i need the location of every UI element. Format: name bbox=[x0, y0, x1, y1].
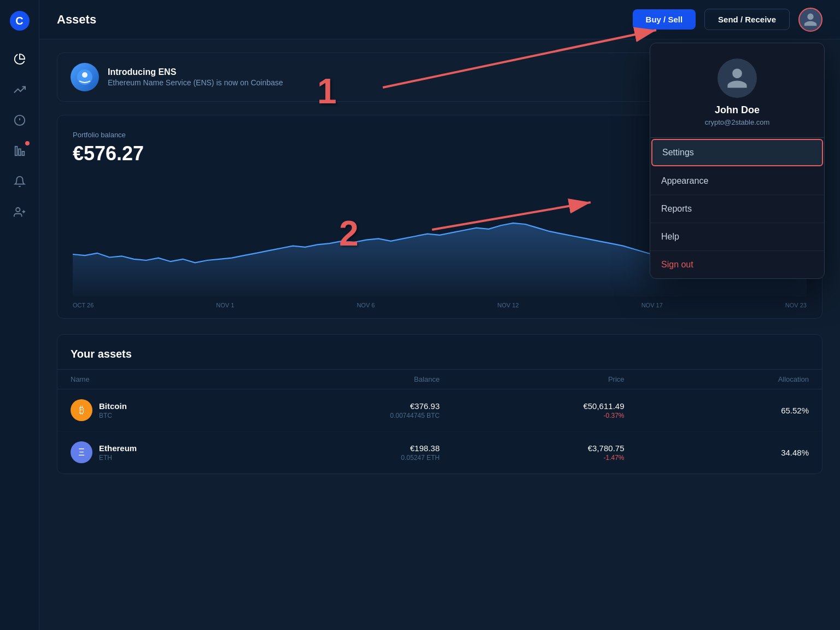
coinbase-logo-icon: C bbox=[10, 11, 30, 31]
pie-chart-icon bbox=[14, 53, 26, 65]
assets-badge bbox=[25, 141, 30, 145]
banner-subtitle: Ethereum Name Service (ENS) is now on Co… bbox=[108, 78, 283, 87]
col-name: Name bbox=[71, 375, 255, 383]
chart-date-5: NOV 17 bbox=[641, 302, 663, 308]
eth-price: €3,780.75 bbox=[440, 444, 625, 453]
chart-date-2: NOV 1 bbox=[216, 302, 234, 308]
sidebar-item-portfolio[interactable] bbox=[7, 46, 33, 72]
trade-icon bbox=[14, 114, 26, 126]
table-row[interactable]: ₿ Bitcoin BTC €376.93 0.00744745 BTC €50… bbox=[57, 389, 822, 431]
user-plus-icon bbox=[14, 206, 26, 218]
user-dropdown-menu: John Doe crypto@2stable.com Settings App… bbox=[650, 43, 825, 279]
user-avatar-button[interactable] bbox=[798, 8, 822, 32]
dropdown-item-signout[interactable]: Sign out bbox=[650, 251, 824, 278]
btc-price: €50,611.49 bbox=[440, 401, 625, 411]
trending-up-icon bbox=[14, 84, 26, 96]
col-price: Price bbox=[440, 375, 625, 383]
buy-sell-button[interactable]: Buy / Sell bbox=[633, 9, 696, 30]
eth-name: Ethereum bbox=[99, 444, 137, 453]
logo[interactable]: C bbox=[8, 9, 32, 33]
assets-section: Your assets Name Balance Price Allocatio… bbox=[57, 334, 822, 474]
send-receive-button[interactable]: Send / Receive bbox=[704, 9, 790, 30]
header: Assets Buy / Sell Send / Receive bbox=[39, 0, 840, 39]
table-row[interactable]: Ξ Ethereum ETH €198.38 0.05247 ETH €3,78… bbox=[57, 431, 822, 474]
table-header: Name Balance Price Allocation bbox=[57, 369, 822, 389]
sidebar: C bbox=[0, 0, 39, 630]
eth-price-change: -1.47% bbox=[440, 454, 625, 462]
sidebar-item-assets[interactable] bbox=[7, 138, 33, 164]
chart-date-6: NOV 23 bbox=[785, 302, 807, 308]
svg-point-6 bbox=[16, 208, 20, 212]
dropdown-item-reports[interactable]: Reports bbox=[650, 195, 824, 223]
avatar-icon bbox=[803, 12, 818, 27]
btc-icon: ₿ bbox=[71, 399, 92, 421]
banner-title: Introducing ENS bbox=[108, 67, 283, 77]
eth-balance-cell: €198.38 0.05247 ETH bbox=[255, 444, 440, 462]
btc-allocation: 65.52% bbox=[625, 406, 809, 415]
bell-icon bbox=[14, 176, 26, 188]
ens-banner-icon bbox=[71, 63, 99, 91]
btc-details: Bitcoin BTC bbox=[99, 401, 127, 419]
btc-ticker: BTC bbox=[99, 412, 127, 419]
sidebar-item-trade[interactable] bbox=[7, 107, 33, 133]
dropdown-item-appearance[interactable]: Appearance bbox=[650, 167, 824, 195]
eth-price-cell: €3,780.75 -1.47% bbox=[440, 444, 625, 462]
svg-rect-4 bbox=[19, 149, 21, 155]
bar-chart-icon bbox=[14, 145, 26, 157]
eth-balance: €198.38 bbox=[255, 444, 440, 453]
sidebar-item-markets[interactable] bbox=[7, 77, 33, 103]
banner-text: Introducing ENS Ethereum Name Service (E… bbox=[108, 67, 283, 87]
dropdown-item-help[interactable]: Help bbox=[650, 223, 824, 251]
dropdown-avatar bbox=[718, 59, 757, 98]
btc-balance: €376.93 bbox=[255, 401, 440, 411]
chart-date-3: NOV 6 bbox=[357, 302, 375, 308]
col-allocation: Allocation bbox=[625, 375, 809, 383]
dropdown-user-name: John Doe bbox=[661, 104, 813, 116]
btc-name: Bitcoin bbox=[99, 401, 127, 411]
dropdown-user-email: crypto@2stable.com bbox=[661, 118, 813, 126]
dropdown-avatar-icon bbox=[725, 66, 749, 90]
page-title: Assets bbox=[57, 13, 624, 27]
sidebar-item-notifications[interactable] bbox=[7, 168, 33, 195]
eth-details: Ethereum ETH bbox=[99, 444, 137, 462]
chart-date-4: NOV 12 bbox=[497, 302, 518, 308]
chart-dates: OCT 26 NOV 1 NOV 6 NOV 12 NOV 17 NOV 23 bbox=[73, 296, 807, 318]
svg-point-10 bbox=[82, 72, 88, 78]
col-balance: Balance bbox=[255, 375, 440, 383]
dropdown-profile: John Doe crypto@2stable.com bbox=[650, 43, 824, 138]
ens-logo-icon bbox=[77, 69, 93, 85]
dropdown-item-settings[interactable]: Settings bbox=[651, 139, 823, 166]
assets-title: Your assets bbox=[57, 335, 822, 369]
eth-icon: Ξ bbox=[71, 441, 92, 463]
eth-allocation: 34.48% bbox=[625, 448, 809, 457]
sidebar-item-referrals[interactable] bbox=[7, 199, 33, 225]
asset-info-btc: ₿ Bitcoin BTC bbox=[71, 399, 255, 421]
eth-ticker: ETH bbox=[99, 454, 137, 462]
chart-date-1: OCT 26 bbox=[73, 302, 94, 308]
btc-price-change: -0.37% bbox=[440, 412, 625, 419]
svg-rect-3 bbox=[15, 147, 17, 156]
eth-balance-sub: 0.05247 ETH bbox=[255, 454, 440, 462]
btc-balance-sub: 0.00744745 BTC bbox=[255, 412, 440, 419]
svg-rect-5 bbox=[22, 151, 24, 155]
btc-price-cell: €50,611.49 -0.37% bbox=[440, 401, 625, 419]
btc-balance-cell: €376.93 0.00744745 BTC bbox=[255, 401, 440, 419]
asset-info-eth: Ξ Ethereum ETH bbox=[71, 441, 255, 463]
